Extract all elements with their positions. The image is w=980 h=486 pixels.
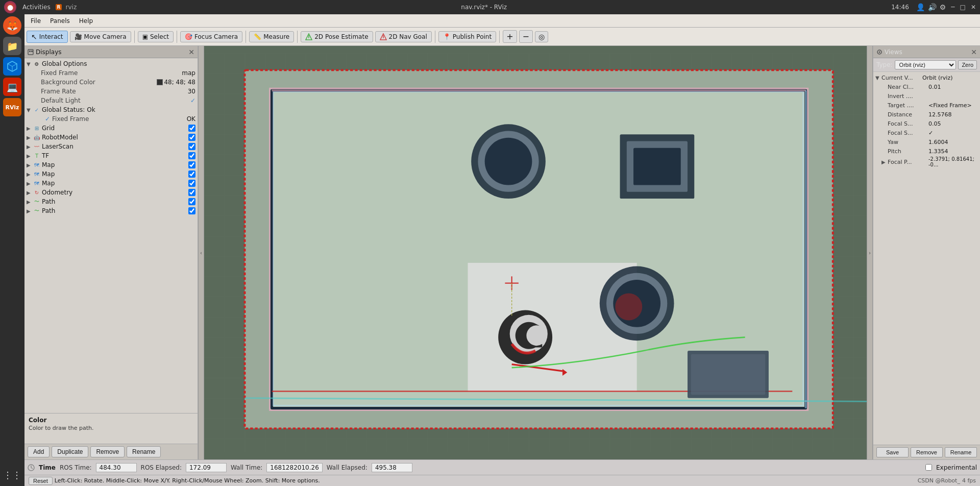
- settings-tray-icon[interactable]: ⚙: [940, 3, 946, 11]
- global-status-item[interactable]: ▼ ✓ Global Status: Ok: [24, 105, 198, 114]
- laserscan-checkbox[interactable]: [188, 143, 195, 150]
- target-btn[interactable]: ◎: [535, 31, 548, 42]
- plus-btn[interactable]: +: [503, 30, 517, 43]
- window-close[interactable]: ✕: [971, 4, 976, 11]
- system-bar: ● Activities R rviz nav.rviz* - RViz 14:…: [0, 0, 980, 14]
- target-val[interactable]: <Fixed Frame>: [928, 102, 978, 109]
- terminal-icon[interactable]: 💻: [3, 78, 21, 96]
- near-clip-val[interactable]: 0.01: [928, 84, 978, 90]
- activities-label[interactable]: Activities: [22, 4, 51, 11]
- minus-btn[interactable]: −: [519, 30, 533, 43]
- path1-checkbox[interactable]: [188, 198, 195, 205]
- robotmodel-expand[interactable]: ▶: [27, 135, 33, 140]
- odometry-item[interactable]: ▶ ↻ Odometry: [24, 188, 198, 197]
- files-icon[interactable]: 📁: [3, 37, 21, 55]
- current-view-item[interactable]: ▼ Current V... Orbit (rviz): [873, 73, 980, 82]
- views-type-select[interactable]: Orbit (rviz): [895, 60, 957, 69]
- vscode-icon[interactable]: [3, 57, 21, 76]
- rename-button[interactable]: Rename: [127, 446, 161, 457]
- map1-checkbox[interactable]: [188, 161, 195, 168]
- focal-s1-val[interactable]: 0.05: [928, 120, 978, 127]
- right-collapse-handle[interactable]: ›: [867, 46, 873, 459]
- viewport[interactable]: [204, 46, 867, 459]
- distance-val[interactable]: 12.5768: [928, 111, 978, 118]
- fixed-frame-value[interactable]: map: [182, 69, 195, 77]
- path2-item[interactable]: ▶ 〜 Path: [24, 206, 198, 215]
- tf-item[interactable]: ▶ T TF: [24, 151, 198, 160]
- global-options-icon: ⚙: [33, 60, 41, 68]
- ubuntu-logo[interactable]: ●: [4, 1, 16, 13]
- robotmodel-item[interactable]: ▶ 🤖 RobotModel: [24, 133, 198, 142]
- map2-item[interactable]: ▶ 🗺 Map: [24, 169, 198, 179]
- map3-expand[interactable]: ▶: [27, 181, 33, 186]
- menu-help[interactable]: Help: [75, 16, 97, 26]
- grid-checkbox[interactable]: [188, 125, 195, 132]
- path1-item[interactable]: ▶ 〜 Path: [24, 197, 198, 206]
- views-close[interactable]: ✕: [971, 48, 977, 56]
- remove-button[interactable]: Remove: [90, 446, 125, 457]
- focal-p-item[interactable]: ▶ Focal P... -2.3791; 0.81641; -0...: [873, 156, 980, 168]
- focus-camera-button[interactable]: 🎯 Focus Camera: [180, 31, 242, 42]
- displays-close[interactable]: ✕: [188, 48, 194, 56]
- robotmodel-checkbox[interactable]: [188, 134, 195, 141]
- laserscan-expand[interactable]: ▶: [27, 144, 33, 150]
- frame-rate-value[interactable]: 30: [188, 88, 195, 95]
- focal-s2-val[interactable]: ✓: [928, 130, 978, 136]
- map1-item[interactable]: ▶ 🗺 Map: [24, 160, 198, 169]
- current-view-expand[interactable]: ▼: [875, 75, 881, 81]
- firefox-icon[interactable]: 🦊: [3, 16, 21, 35]
- grid-item[interactable]: ▶ ⊞ Grid: [24, 124, 198, 133]
- displays-header: Displays ✕: [24, 46, 198, 58]
- map1-expand[interactable]: ▶: [27, 162, 33, 168]
- nav-goal-button[interactable]: 2D Nav Goal: [375, 31, 432, 42]
- path2-checkbox[interactable]: [188, 207, 195, 214]
- odometry-checkbox[interactable]: [188, 189, 195, 196]
- duplicate-button[interactable]: Duplicate: [52, 446, 88, 457]
- yaw-val[interactable]: 1.6004: [928, 139, 978, 145]
- map3-checkbox[interactable]: [188, 180, 195, 187]
- add-button[interactable]: Add: [28, 446, 50, 457]
- odometry-expand[interactable]: ▶: [27, 190, 33, 196]
- menu-panels[interactable]: Panels: [46, 16, 74, 26]
- global-options-label: Global Options: [42, 60, 195, 67]
- rviz-app-icon[interactable]: RViz: [3, 98, 21, 116]
- zero-button[interactable]: Zero: [958, 60, 977, 69]
- toolbar: ↖ Interact 🎥 Move Camera ▣ Select 🎯 Focu…: [24, 28, 980, 46]
- grid-icon[interactable]: ⋮⋮: [3, 466, 21, 484]
- laserscan-label: LaserScan: [42, 143, 186, 150]
- pose-estimate-button[interactable]: 2D Pose Estimate: [301, 31, 373, 42]
- reset-button[interactable]: Reset: [29, 477, 53, 485]
- bg-color-swatch[interactable]: [157, 79, 163, 85]
- map2-expand[interactable]: ▶: [27, 172, 33, 177]
- menu-file[interactable]: File: [27, 16, 45, 26]
- laserscan-item[interactable]: ▶ 〰 LaserScan: [24, 142, 198, 151]
- tf-checkbox[interactable]: [188, 152, 195, 159]
- left-collapse-handle[interactable]: ‹: [198, 46, 204, 459]
- remove-view-button[interactable]: Remove: [911, 447, 943, 457]
- experimental-checkbox[interactable]: [925, 464, 932, 471]
- global-status-expand[interactable]: ▼: [27, 107, 33, 113]
- measure-button[interactable]: 📏 Measure: [249, 31, 294, 42]
- move-camera-button[interactable]: 🎥 Move Camera: [70, 31, 131, 42]
- pitch-val[interactable]: 1.3354: [928, 148, 978, 155]
- bg-color-item: Background Color 48; 48; 48: [24, 78, 198, 87]
- path2-expand[interactable]: ▶: [27, 208, 33, 214]
- tf-expand[interactable]: ▶: [27, 153, 33, 159]
- map2-checkbox[interactable]: [188, 171, 195, 178]
- window-maximize[interactable]: □: [960, 4, 966, 11]
- window-minimize[interactable]: ─: [951, 4, 954, 11]
- rename-view-button[interactable]: Rename: [945, 447, 977, 457]
- select-button[interactable]: ▣ Select: [138, 31, 174, 42]
- grid-expand[interactable]: ▶: [27, 126, 33, 131]
- path1-expand[interactable]: ▶: [27, 199, 33, 205]
- map3-item[interactable]: ▶ 🗺 Map: [24, 179, 198, 188]
- global-options-expand[interactable]: ▼: [27, 61, 33, 67]
- default-light-value[interactable]: ✓: [190, 97, 195, 104]
- user-tray-icon[interactable]: 👤: [916, 3, 925, 11]
- publish-point-button[interactable]: 📍 Publish Point: [438, 31, 496, 42]
- focal-p-expand[interactable]: ▶: [881, 159, 888, 165]
- save-view-button[interactable]: Save: [876, 447, 909, 457]
- global-options-item[interactable]: ▼ ⚙ Global Options: [24, 59, 198, 68]
- interact-button[interactable]: ↖ Interact: [27, 31, 68, 43]
- volume-tray-icon[interactable]: 🔊: [928, 3, 937, 11]
